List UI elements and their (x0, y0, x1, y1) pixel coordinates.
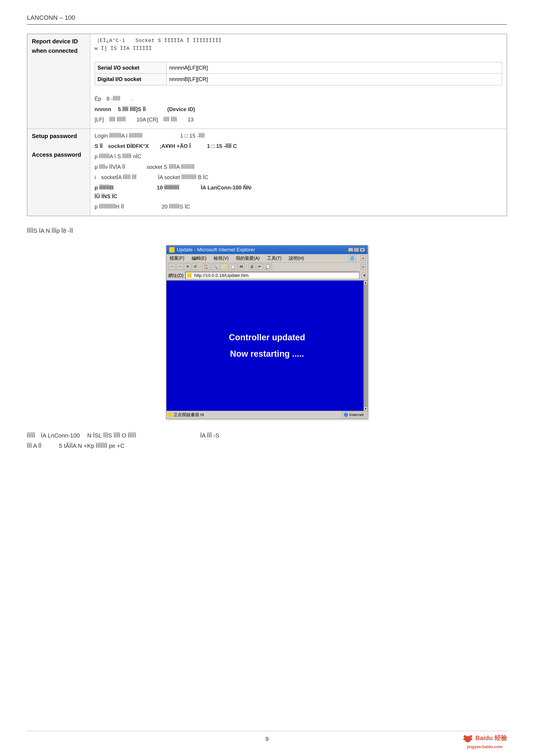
page-header: LANCONN – 100 (27, 14, 507, 22)
serial-io-label: Serial I/O socket (95, 62, 167, 73)
baidu-logo-icon (462, 732, 473, 744)
print-button[interactable]: 🖨 (248, 263, 255, 270)
ie-icon-button[interactable]: 🌐 (348, 256, 356, 261)
internet-icon (344, 413, 348, 417)
status-page-icon (168, 413, 172, 417)
serial-io-value: nnnnnA[LF][CR] (167, 62, 502, 73)
browser-title-text: Update - Microsoft Internet Explorer (177, 247, 255, 253)
browser-content-area: Controller updated Now restarting ..... … (167, 281, 367, 411)
status-right-text: Internet (349, 412, 364, 417)
edit-button[interactable]: ✏ (256, 263, 263, 270)
address-label: 網址(D) (168, 273, 183, 279)
browser-statusbar: 正在開啟畫面 ht Internet (167, 411, 367, 418)
pwd-line6: p ÏÏÏÏÏÏÏB 10 ÏÏÏÏÏÏÏÏÏÏ ÏA LanConn-100 … (95, 183, 502, 201)
pwd-line4: p ÏÏÏÏv ÏÏVÏA ÏÏ socket S ÏÏÏÏÏA ÏÏÏÏÏÏÏ… (95, 163, 502, 171)
status-left-text: 正在開啟畫面 ht (174, 412, 204, 418)
status-left-area: 正在開啟畫面 ht (168, 412, 204, 418)
browser-scrollbar[interactable]: ▲ ▼ (363, 281, 367, 411)
address-bar: 網址(D) http://10.0.0.18/Update.htm ▼ (167, 271, 367, 281)
label-report-device-id: Report device ID when connected (27, 34, 90, 129)
status-right-area: Internet (342, 412, 366, 418)
svg-point-4 (470, 738, 472, 740)
controller-updated-text: Controller updated (229, 333, 305, 342)
corrupted-header-text: ｛EÏ¿A°C·í Socket S ÏÏÏÏÏA Î ÏÏÏÏÏÏÏÏÏ (95, 38, 222, 43)
baidu-text: Baidu 经验 (475, 734, 507, 742)
mail-button[interactable]: ✉ (238, 263, 245, 270)
table-row-password: Setup password Access password Login ÏÏÏ… (27, 129, 507, 216)
browser-titlebar: Update - Microsoft Internet Explorer _ □… (167, 246, 367, 254)
pwd-line5: i socketÏA ÏÏÏÏÏ ÏÏÏ ÏA socket ÏÏÏÏÏÏÏÏÏ… (95, 173, 502, 182)
digital-io-value: nnnnnB[LF][CR] (167, 74, 502, 85)
scroll-down-button[interactable]: ▼ (364, 407, 367, 411)
menu-edit[interactable]: 編輯(E) (190, 255, 208, 262)
svg-point-1 (464, 735, 466, 738)
discuss-button[interactable]: 💬 (264, 263, 272, 270)
toolbar-separator (200, 264, 200, 269)
section-description: ÏÏÏÏS ÏA N ÏÏÏp Ï8 -ÏÏ (27, 228, 507, 234)
page-number: 9 (265, 736, 269, 742)
browser-icon (169, 247, 174, 253)
header-divider (27, 24, 507, 25)
header-title: LANCONN – 100 (27, 14, 90, 21)
back-button[interactable]: ← (168, 263, 175, 270)
search-button[interactable]: 🔍 (211, 263, 219, 270)
browser-window[interactable]: Update - Microsoft Internet Explorer _ □… (166, 245, 368, 419)
home-button[interactable]: 🏠 (202, 263, 210, 270)
baidu-url: jingyan.baidu.com (462, 744, 507, 749)
bottom-line2: ÏÏÏ A ÏÏ 5 tÃÏÏA N +Kp ÏÏÏÏÏÏÏ pe +C (27, 441, 507, 451)
now-restarting-text: Now restarting ..... (230, 349, 304, 359)
scroll-up-button[interactable]: ▲ (364, 281, 367, 284)
menu-help[interactable]: 說明(H) (287, 255, 306, 262)
corrupted-sub: w Ï] ÏS ÏÏA ÏÏÏÏÏÏ (95, 45, 502, 53)
socket-table: Serial I/O socket nnnnnA[LF][CR] Digital… (95, 62, 502, 85)
bottom-text-area: ÏÏÏÏÏ ÏA LnConn-100 N ÏSL ÏÏÏS ÏÏÏÏ O ÏÏ… (27, 430, 507, 451)
forward-button[interactable]: → (176, 263, 183, 270)
digital-io-label: Digital I/O socket (95, 74, 167, 85)
menu-view[interactable]: 檢視(V) (212, 255, 230, 262)
table-row-device-id: Report device ID when connected ｛EÏ¿A°C·… (27, 34, 507, 129)
toolbar-separator2 (246, 264, 247, 269)
address-dropdown[interactable]: ▼ (361, 273, 366, 278)
browser-toolbar: ← → ✕ ↺ 🏠 🔍 ⭐ 📋 ✉ 🖨 ✏ 💬 » (167, 263, 367, 271)
note2: nnnnn 5 ÏÏÏÏ ÏÏÏÏ]S ÏÏ (Device ID) (95, 105, 502, 114)
history-button[interactable]: 📋 (229, 263, 237, 270)
bottom-line1: ÏÏÏÏÏ ÏA LnConn-100 N ÏSL ÏÏÏS ÏÏÏÏ O ÏÏ… (27, 430, 507, 441)
pwd-line3: p ÏÏÏÏÏÏÏA î S ÏÏÏÏÏÏ nÏC (95, 152, 502, 161)
corrupted-header: ｛EÏ¿A°C·í Socket S ÏÏÏÏÏA Î ÏÏÏÏÏÏÏÏÏ (95, 37, 502, 45)
menu-favorites[interactable]: 我的最愛(A) (234, 255, 261, 262)
menu-tools[interactable]: 工具(T) (266, 255, 283, 262)
content-password: Login ÏÏÏÏÏÏÏÏA î ÏÏÏÏÏÏÏÏÏ 1 □ 15 -ÏÏÏÏ… (90, 129, 507, 216)
content-device-id: ｛EÏ¿A°C·í Socket S ÏÏÏÏÏA Î ÏÏÏÏÏÏÏÏÏ w … (90, 34, 507, 129)
favorites-button[interactable]: ⭐ (220, 263, 228, 270)
pwd-line2: S ÏÏ socket ÐÏÐFK°X ;A¥¥H +ÃO Î 1 □ 15 -… (95, 142, 502, 150)
toolbar-expand[interactable]: » (360, 264, 366, 269)
minimize-button[interactable]: _ (348, 248, 353, 252)
address-input-container[interactable]: http://10.0.0.18/Update.htm (185, 272, 360, 279)
maximize-button[interactable]: □ (354, 248, 359, 252)
browser-menubar: 檔案(F) 編輯(E) 檢視(V) 我的最愛(A) 工具(T) 說明(H) 🌐 … (167, 254, 367, 263)
main-table: Report device ID when connected ｛EÏ¿A°C·… (27, 34, 507, 216)
page-icon (187, 273, 192, 278)
note3: [LF] ÏÏÏÏ ÏÏÏÏÏÏ 10A [CR] ÏÏÏÏ ÏÏÏÏ 13 (95, 115, 502, 124)
refresh-button[interactable]: ↺ (192, 263, 198, 270)
baidu-watermark: Baidu 经验 jingyan.baidu.com (462, 732, 507, 749)
page-footer: 9 (0, 731, 534, 742)
note1: Ép 8 -ÏÏÏÏÏ . (95, 94, 502, 103)
address-value-text: http://10.0.0.18/Update.htm (194, 273, 249, 278)
close-button[interactable]: ✕ (360, 248, 365, 252)
menu-file[interactable]: 檔案(F) (168, 255, 186, 262)
expand-button[interactable]: » (360, 256, 366, 261)
stop-button[interactable]: ✕ (184, 263, 191, 270)
pwd-line7: p ÏÏÏÏÏÏÏÏÏÏÏH ÏÏ 20 ÏÏÏÏÏÏÏS ÏC (95, 202, 502, 211)
corrupted-sub-text: w Ï] ÏS ÏÏA ÏÏÏÏÏÏ (95, 46, 152, 51)
browser-title-left: Update - Microsoft Internet Explorer (169, 247, 255, 253)
label-password: Setup password Access password (27, 129, 90, 216)
browser-controls[interactable]: _ □ ✕ (348, 248, 365, 252)
svg-point-3 (463, 738, 466, 740)
svg-point-2 (469, 735, 472, 738)
pwd-line1: Login ÏÏÏÏÏÏÏÏA î ÏÏÏÏÏÏÏÏÏ 1 □ 15 -ÏÏÏÏ (95, 131, 502, 140)
scroll-track (364, 284, 367, 407)
